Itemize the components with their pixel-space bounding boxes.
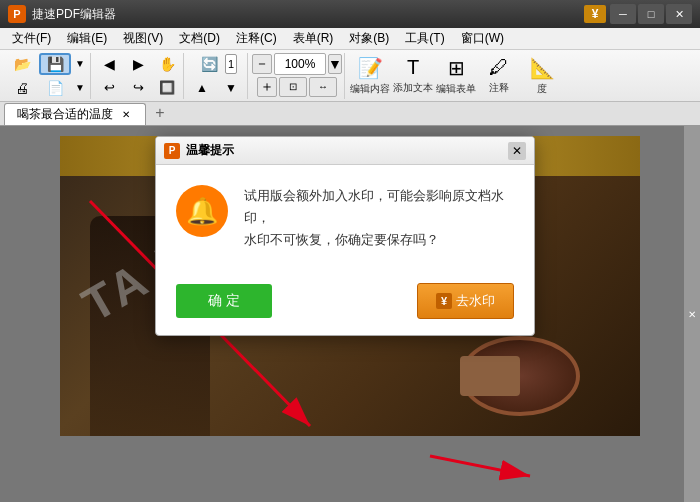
dialog-title: 温馨提示 xyxy=(186,142,508,159)
zoom-input[interactable] xyxy=(274,53,326,75)
remove-watermark-button[interactable]: ¥ 去水印 xyxy=(417,283,514,319)
page-up-button[interactable]: ▲ xyxy=(188,77,216,99)
tab-document[interactable]: 喝茶最合适的温度 ✕ xyxy=(4,103,146,125)
back-button[interactable]: ◀ xyxy=(95,53,123,75)
print-button[interactable]: 🖨 xyxy=(6,77,38,99)
minimize-button[interactable]: ─ xyxy=(610,4,636,24)
dropdown2-button[interactable]: ▼ xyxy=(72,77,88,99)
menu-window[interactable]: 窗口(W) xyxy=(453,28,512,49)
toolbar-edit-group: 📝 编辑内容 T 添加文本 ⊞ 编辑表单 🖊 注释 📐 度 xyxy=(347,53,565,99)
menu-bar: 文件(F) 编辑(E) 视图(V) 文档(D) 注释(C) 表单(R) 对象(B… xyxy=(0,28,700,50)
toolbar-file-group: 📂 💾 ▼ 🖨 📄 ▼ xyxy=(4,53,91,99)
zoom-out-button[interactable]: － xyxy=(252,54,272,74)
forward-button[interactable]: ▶ xyxy=(124,53,152,75)
warning-dialog: P 温馨提示 ✕ 🔔 试用版会额外加入水印，可能会影响原文档水印， 水印不可恢复… xyxy=(155,136,535,336)
stamp-button[interactable]: 🔲 xyxy=(153,77,181,99)
title-bar: P 捷速PDF编辑器 ¥ ─ □ ✕ xyxy=(0,0,700,28)
preview-button[interactable]: 📄 xyxy=(39,77,71,99)
dropdown-button[interactable]: ▼ xyxy=(72,53,88,75)
dialog-footer: 确 定 ¥ 去水印 xyxy=(156,271,534,335)
menu-edit[interactable]: 编辑(E) xyxy=(59,28,115,49)
add-tab-button[interactable]: + xyxy=(150,103,170,123)
pan-button[interactable]: ✋ xyxy=(153,53,181,75)
dialog-message: 试用版会额外加入水印，可能会影响原文档水印， 水印不可恢复，你确定要保存吗？ xyxy=(244,185,514,251)
fit-width-button[interactable]: ↔ xyxy=(309,77,337,97)
menu-file[interactable]: 文件(F) xyxy=(4,28,59,49)
fit-page-button[interactable]: ⊡ xyxy=(279,77,307,97)
undo-button[interactable]: ↩ xyxy=(95,77,123,99)
save-button[interactable]: 💾 xyxy=(39,53,71,75)
tab-bar: 喝茶最合适的温度 ✕ + xyxy=(0,102,700,126)
page-number: 1 xyxy=(228,58,234,70)
menu-tools[interactable]: 工具(T) xyxy=(397,28,452,49)
edit-content-button[interactable]: 📝 编辑内容 xyxy=(349,54,391,98)
app-title: 捷速PDF编辑器 xyxy=(32,6,584,23)
main-area: 普通人，每天喝多少量的茶最适合？ TA I xyxy=(0,126,700,502)
edit-table-button[interactable]: ⊞ 编辑表单 xyxy=(435,54,477,98)
toolbar-zoom-group: － ▼ ＋ ⊡ ↔ xyxy=(250,53,345,99)
refresh-button[interactable]: 🔄 xyxy=(196,53,224,75)
tab-close-icon[interactable]: ✕ xyxy=(119,108,133,122)
annotate-button[interactable]: 🖊 注释 xyxy=(478,54,520,98)
yen-button[interactable]: ¥ xyxy=(584,5,606,23)
zoom-in-button[interactable]: ＋ xyxy=(257,77,277,97)
page-down-button[interactable]: ▼ xyxy=(217,77,245,99)
open-folder-button[interactable]: 📂 xyxy=(6,53,38,75)
dialog-icon: P xyxy=(164,143,180,159)
menu-view[interactable]: 视图(V) xyxy=(115,28,171,49)
zoom-dropdown-button[interactable]: ▼ xyxy=(328,54,342,74)
add-text-button[interactable]: T 添加文本 xyxy=(392,54,434,98)
yen-icon: ¥ xyxy=(436,293,452,309)
toolbar-page-group: 🔄 1 ▲ ▼ xyxy=(186,53,248,99)
redo-button[interactable]: ↪ xyxy=(124,77,152,99)
window-controls: ─ □ ✕ xyxy=(610,4,692,24)
toolbar: 📂 💾 ▼ 🖨 📄 ▼ ◀ ▶ ✋ ↩ ↪ 🔲 xyxy=(0,50,700,102)
menu-document[interactable]: 文档(D) xyxy=(171,28,228,49)
dialog-title-bar: P 温馨提示 ✕ xyxy=(156,137,534,165)
warning-icon: 🔔 xyxy=(176,185,228,237)
menu-annotate[interactable]: 注释(C) xyxy=(228,28,285,49)
close-button[interactable]: ✕ xyxy=(666,4,692,24)
app-icon: P xyxy=(8,5,26,23)
dialog-body: 🔔 试用版会额外加入水印，可能会影响原文档水印， 水印不可恢复，你确定要保存吗？ xyxy=(156,165,534,271)
confirm-button[interactable]: 确 定 xyxy=(176,284,272,318)
maximize-button[interactable]: □ xyxy=(638,4,664,24)
scale-button[interactable]: 📐 度 xyxy=(521,54,563,98)
dialog-overlay: P 温馨提示 ✕ 🔔 试用版会额外加入水印，可能会影响原文档水印， 水印不可恢复… xyxy=(0,126,700,502)
toolbar-nav-group: ◀ ▶ ✋ ↩ ↪ 🔲 xyxy=(93,53,184,99)
dialog-close-button[interactable]: ✕ xyxy=(508,142,526,160)
tab-label: 喝茶最合适的温度 xyxy=(17,106,113,123)
menu-object[interactable]: 对象(B) xyxy=(341,28,397,49)
menu-form[interactable]: 表单(R) xyxy=(285,28,342,49)
